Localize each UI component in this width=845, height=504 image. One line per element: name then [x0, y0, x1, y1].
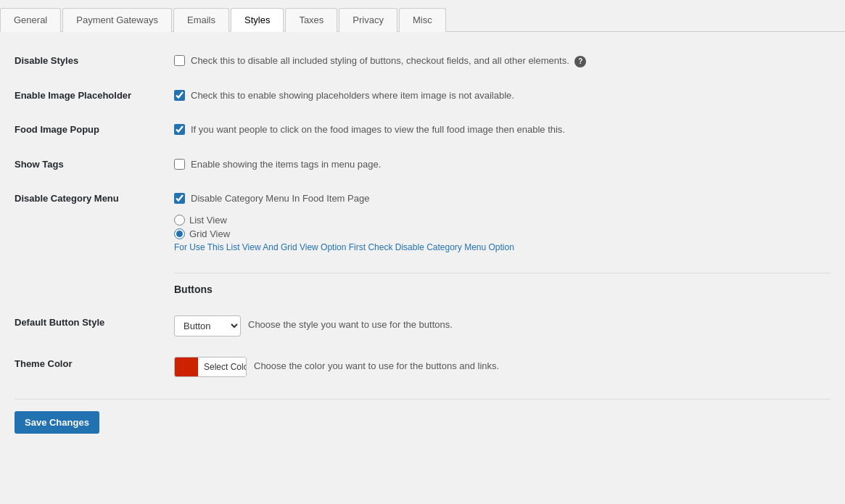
tab-styles[interactable]: Styles: [231, 8, 284, 32]
disable-category-menu-checkbox-wrap: Disable Category Menu In Food Item Page: [174, 191, 369, 206]
disable-styles-desc-text: Check this to disable all included styli…: [191, 55, 569, 66]
default-button-style-desc: Choose the style you want to use for the…: [248, 315, 453, 330]
list-view-label: List View: [189, 215, 227, 226]
list-view-radio[interactable]: [174, 215, 185, 226]
save-section: Save Changes: [15, 399, 830, 434]
buttons-heading: Buttons: [174, 284, 213, 295]
enable-image-placeholder-row: Enable Image Placeholder Check this to e…: [15, 88, 830, 103]
disable-styles-row: Disable Styles Check this to disable all…: [15, 54, 830, 68]
disable-styles-label: Disable Styles: [15, 54, 174, 66]
default-button-style-select[interactable]: Button Link: [174, 315, 241, 336]
food-image-popup-checkbox-wrap: If you want people to click on the food …: [174, 123, 565, 137]
theme-color-control: Select Color Choose the color you want t…: [174, 357, 830, 377]
default-button-style-row: Default Button Style Button Link Choose …: [15, 315, 830, 336]
disable-category-menu-control: Disable Category Menu In Food Item Page …: [174, 191, 830, 252]
help-icon[interactable]: ?: [574, 56, 586, 67]
grid-view-radio-wrap: Grid View: [174, 228, 514, 239]
food-image-popup-row: Food Image Popup If you want people to c…: [15, 123, 830, 137]
list-view-radio-wrap: List View: [174, 215, 514, 226]
enable-image-placeholder-desc-text: Check this to enable showing placeholder…: [191, 88, 514, 103]
food-image-popup-label: Food Image Popup: [15, 123, 174, 135]
default-button-style-control: Button Link Choose the style you want to…: [174, 315, 830, 336]
show-tags-row: Show Tags Enable showing the items tags …: [15, 157, 830, 172]
theme-color-desc: Choose the color you want to use for the…: [254, 357, 499, 371]
disable-styles-control: Check this to disable all included styli…: [174, 54, 830, 68]
buttons-section-row: Buttons: [15, 273, 830, 295]
view-hint-text: For Use This List View And Grid View Opt…: [174, 242, 514, 252]
show-tags-checkbox-wrap: Enable showing the items tags in menu pa…: [174, 157, 381, 172]
show-tags-label: Show Tags: [15, 157, 174, 170]
enable-image-placeholder-label: Enable Image Placeholder: [15, 88, 174, 101]
food-image-popup-checkbox[interactable]: [174, 124, 185, 135]
disable-styles-checkbox-wrap: Check this to disable all included styli…: [174, 54, 586, 68]
buttons-section-content: Buttons: [174, 273, 830, 295]
tab-payment-gateways[interactable]: Payment Gateways: [62, 8, 172, 32]
default-button-style-label: Default Button Style: [15, 315, 174, 328]
show-tags-desc-text: Enable showing the items tags in menu pa…: [191, 157, 381, 172]
grid-view-radio[interactable]: [174, 228, 185, 239]
theme-color-inner: Select Color Choose the color you want t…: [174, 357, 499, 377]
disable-category-menu-desc-text: Disable Category Menu In Food Item Page: [191, 191, 369, 206]
food-image-popup-control: If you want people to click on the food …: [174, 123, 830, 137]
color-swatch: [175, 357, 198, 377]
tab-misc[interactable]: Misc: [399, 8, 446, 32]
tabs-bar: General Payment Gateways Emails Styles T…: [0, 7, 845, 32]
tab-general[interactable]: General: [0, 8, 61, 32]
enable-image-placeholder-control: Check this to enable showing placeholder…: [174, 88, 830, 103]
tab-taxes[interactable]: Taxes: [285, 8, 337, 32]
tab-privacy[interactable]: Privacy: [339, 8, 397, 32]
theme-color-label: Theme Color: [15, 357, 174, 369]
disable-category-menu-row: Disable Category Menu Disable Category M…: [15, 191, 830, 252]
buttons-section-label: [15, 273, 174, 274]
color-picker-wrap[interactable]: Select Color: [174, 357, 247, 377]
disable-category-menu-label: Disable Category Menu: [15, 191, 174, 204]
grid-view-label: Grid View: [189, 228, 230, 239]
show-tags-checkbox[interactable]: [174, 159, 185, 170]
disable-styles-description: Check this to disable all included styli…: [191, 54, 586, 68]
disable-category-menu-checkbox[interactable]: [174, 193, 185, 204]
save-changes-button[interactable]: Save Changes: [15, 411, 99, 434]
food-image-popup-desc-text: If you want people to click on the food …: [191, 123, 565, 137]
content-area: Disable Styles Check this to disable all…: [0, 32, 845, 448]
theme-color-row: Theme Color Select Color Choose the colo…: [15, 357, 830, 377]
show-tags-control: Enable showing the items tags in menu pa…: [174, 157, 830, 172]
default-button-style-inner: Button Link Choose the style you want to…: [174, 315, 453, 336]
enable-image-placeholder-checkbox-wrap: Check this to enable showing placeholder…: [174, 88, 514, 103]
enable-image-placeholder-checkbox[interactable]: [174, 90, 185, 101]
tab-emails[interactable]: Emails: [173, 8, 229, 32]
page-wrap: General Payment Gateways Emails Styles T…: [0, 0, 845, 455]
disable-styles-checkbox[interactable]: [174, 55, 185, 66]
select-color-button[interactable]: Select Color: [198, 357, 247, 377]
